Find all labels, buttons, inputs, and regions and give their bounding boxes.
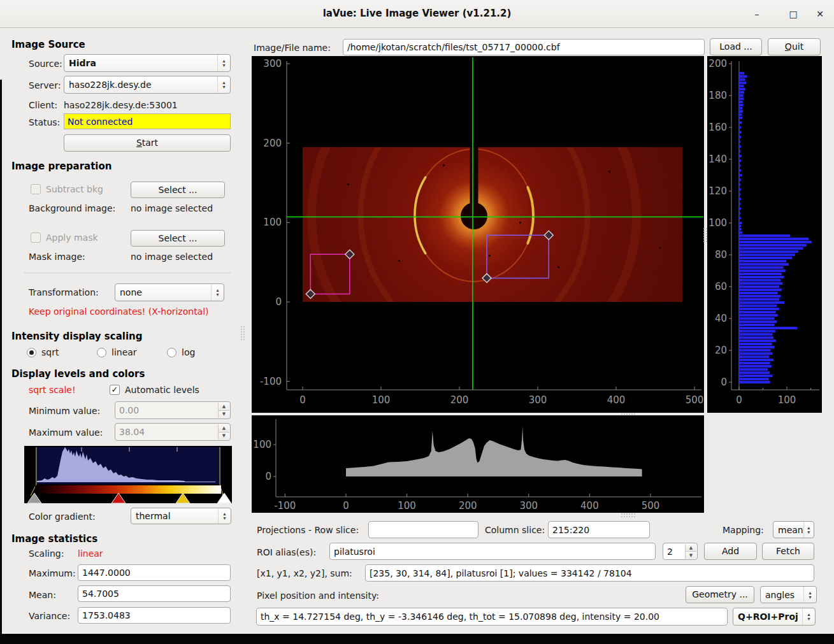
radio-linear-label: linear	[111, 347, 137, 357]
column-slice-label: Column slice:	[485, 525, 545, 535]
load-button[interactable]: Load ...	[710, 38, 762, 55]
histogram-bar	[739, 381, 770, 383]
maximum-value-spinbox[interactable]: 38.04 ▲▼	[115, 423, 231, 441]
quit-button[interactable]: Quit	[768, 38, 821, 55]
histogram-bar	[739, 238, 809, 240]
section-image-preparation: Image preparation	[11, 161, 111, 172]
chevron-updown-icon: ▴▾	[211, 284, 224, 301]
radio-sqrt[interactable]	[27, 348, 36, 357]
histogram-bar	[739, 78, 745, 81]
histogram-bar	[739, 327, 798, 329]
transformation-combobox[interactable]: none ▴▾	[115, 283, 224, 301]
splitter-handle[interactable]	[241, 326, 246, 341]
histogram-bar	[739, 308, 779, 310]
roi-count-spinbox[interactable]: 2 ▲▼	[663, 543, 698, 560]
automatic-levels-checkbox[interactable]: ✓	[110, 385, 120, 395]
level-marker-triangle[interactable]	[111, 493, 126, 503]
histogram-bar	[739, 131, 742, 134]
svg-text:200: 200	[708, 58, 727, 69]
histogram-bar	[739, 304, 777, 307]
roi-sum-field[interactable]: [235, 30, 314, 84], pilatusroi [1]; valu…	[365, 564, 814, 582]
row-slice-input[interactable]	[368, 521, 478, 538]
start-button[interactable]: Start	[64, 134, 231, 152]
angles-combobox[interactable]: angles ▴▾	[760, 586, 817, 603]
window-bottom-border	[0, 634, 834, 644]
histogram-bar	[739, 122, 742, 124]
histogram-bar	[739, 336, 773, 339]
histogram-bar	[739, 346, 775, 348]
status-label: Status:	[29, 117, 60, 127]
geometry-button[interactable]: Geometry ...	[686, 586, 754, 603]
histogram-bar	[739, 257, 792, 259]
histogram-bar	[739, 104, 744, 106]
mapping-combobox[interactable]: mean ▴▾	[773, 521, 814, 538]
color-gradient-combobox[interactable]: thermal ▴▾	[131, 508, 231, 524]
spin-arrows-icon[interactable]: ▲▼	[685, 544, 696, 559]
histogram-bar	[739, 217, 741, 220]
radio-linear[interactable]	[97, 348, 106, 357]
histogram-bar	[739, 317, 775, 320]
automatic-levels-label: Automatic levels	[125, 385, 199, 395]
histogram-bar	[739, 117, 742, 119]
background-image-label: Background image:	[29, 203, 115, 213]
server-label: Server:	[29, 80, 61, 90]
fetch-roi-button[interactable]: Fetch	[762, 543, 814, 560]
svg-text:0: 0	[721, 376, 727, 388]
stats-mean-field[interactable]: 54.7005	[78, 585, 231, 602]
source-combobox[interactable]: Hidra ▴▾	[64, 54, 231, 72]
maximize-button[interactable]: □	[785, 6, 802, 22]
source-label: Source:	[29, 59, 62, 69]
chevron-updown-icon: ▴▾	[217, 76, 230, 93]
select-background-button[interactable]: Select ...	[131, 182, 225, 198]
stats-maximum-field[interactable]: 1447.0000	[78, 564, 231, 581]
histogram-bar	[739, 150, 740, 153]
histogram-bar	[739, 266, 784, 269]
histogram-bar	[739, 276, 784, 278]
add-roi-button[interactable]: Add	[704, 543, 757, 560]
histogram-bar	[739, 254, 795, 256]
histogram-bar	[739, 301, 784, 304]
histogram-bar	[739, 141, 740, 143]
radio-log[interactable]	[167, 348, 176, 357]
histogram-bar	[739, 107, 742, 110]
svg-text:0: 0	[275, 296, 282, 308]
chevron-updown-icon: ▴▾	[802, 608, 815, 625]
spin-arrows-icon[interactable]: ▲▼	[218, 424, 229, 440]
display-mode-combobox[interactable]: Q+ROI+Proj ▴▾	[733, 608, 816, 626]
select-mask-button[interactable]: Select ...	[131, 230, 225, 247]
levels-histogram-widget[interactable]	[24, 446, 232, 503]
column-projection-plot[interactable]: 1000-1000100200300400500	[252, 415, 704, 513]
subtract-bkg-checkbox[interactable]	[31, 184, 41, 194]
level-marker-triangle[interactable]	[217, 493, 231, 503]
histogram-bar	[739, 298, 779, 301]
section-intensity-scaling: Intensity display scaling	[11, 331, 143, 342]
minimize-button[interactable]: –	[749, 6, 765, 22]
level-marker-triangle[interactable]	[27, 493, 41, 503]
histogram-bar	[739, 352, 773, 355]
svg-text:100: 100	[253, 439, 271, 450]
close-button[interactable]: ✕	[812, 6, 828, 22]
row-projection-plot[interactable]: 0204060801001201401601802000100	[707, 56, 822, 413]
pixel-info-field[interactable]: th_x = 14.727154 deg, th_y = -3.346146 d…	[256, 608, 728, 626]
svg-text:300: 300	[263, 58, 282, 69]
minimum-value-spinbox[interactable]: 0.00 ▲▼	[115, 401, 231, 419]
level-marker-triangle[interactable]	[176, 493, 190, 503]
image-view-plot[interactable]: 3002001000-1000100200300400500	[252, 56, 704, 413]
svg-text:200: 200	[263, 138, 282, 149]
histogram-bar	[739, 136, 741, 138]
histogram-bar	[739, 241, 812, 243]
apply-mask-label: Apply mask	[46, 233, 98, 243]
spin-arrows-icon[interactable]: ▲▼	[218, 403, 229, 418]
histogram-bar	[739, 222, 742, 224]
stats-variance-field[interactable]: 1753.0483	[78, 607, 231, 624]
stats-variance-label: Variance:	[29, 611, 70, 621]
column-slice-input[interactable]: 215:220	[548, 521, 650, 538]
svg-text:180: 180	[708, 90, 727, 101]
sqrt-scale-note: sqrt scale!	[29, 385, 76, 395]
roi-alias-input[interactable]: pilatusroi	[329, 543, 656, 560]
apply-mask-checkbox[interactable]	[31, 233, 41, 243]
file-name-input[interactable]: /home/jkotan/scratch/files/tst_05717_000…	[343, 39, 705, 55]
splitter-handle[interactable]	[621, 513, 636, 519]
svg-text:500: 500	[642, 500, 660, 512]
server-combobox[interactable]: haso228jk.desy.de ▴▾	[64, 76, 231, 94]
